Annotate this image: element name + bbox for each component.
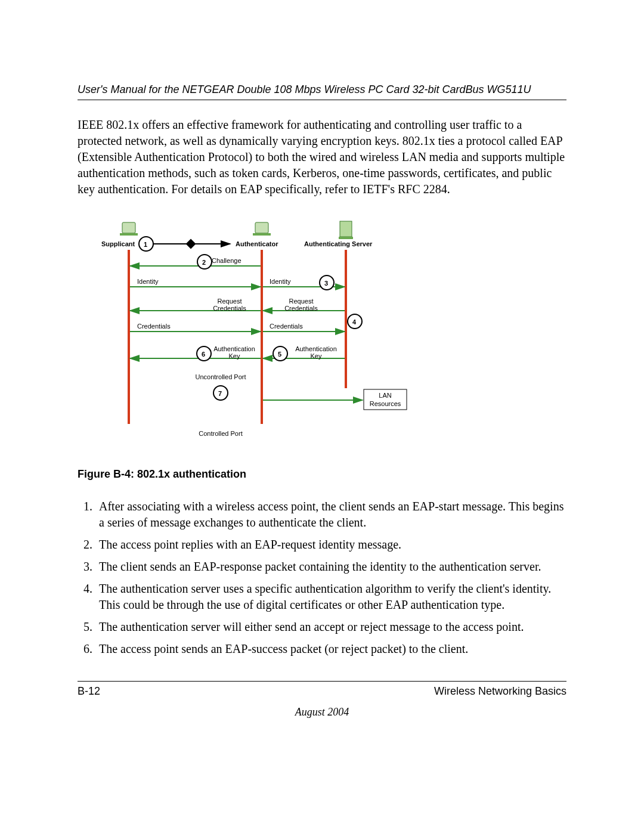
authkey-right-l1: Authentication [295, 345, 337, 352]
identity-right-label: Identity [270, 278, 291, 285]
steps-list: After associating with a wireless access… [78, 498, 566, 657]
controlled-port-label: Controlled Port [199, 430, 242, 437]
list-item: The access point sends an EAP-success pa… [95, 641, 566, 657]
page-header-title: User's Manual for the NETGEAR Double 108… [78, 83, 566, 100]
challenge-label: Challenge [212, 257, 242, 264]
svg-rect-5 [339, 237, 353, 239]
authkey-left-l2: Key [229, 352, 240, 360]
diamond-icon [186, 239, 196, 249]
footer-date: August 2004 [78, 706, 566, 719]
page-footer: B-12 Wireless Networking Basics [78, 681, 566, 698]
list-item: The authentication server uses a specifi… [95, 581, 566, 613]
document-page: User's Manual for the NETGEAR Double 108… [0, 0, 644, 766]
body-paragraph: IEEE 802.1x offers an effective framewor… [78, 117, 566, 197]
step-num-5: 5 [278, 351, 281, 358]
authkey-left-l1: Authentication [213, 345, 255, 352]
footer-section: Wireless Networking Basics [434, 685, 566, 698]
identity-left-label: Identity [137, 278, 159, 285]
list-item: The access point replies with an EAP-req… [95, 537, 566, 553]
req-cred-left-l1: Request [218, 298, 242, 305]
step-num-1: 1 [144, 241, 147, 248]
step-num-6: 6 [202, 351, 205, 358]
uncontrolled-port-label: Uncontrolled Port [196, 373, 246, 380]
req-cred-right-l1: Request [289, 298, 314, 305]
step-num-4: 4 [352, 318, 357, 326]
lan-l1: LAN [379, 392, 391, 399]
supplicant-label: Supplicant [101, 240, 135, 247]
svg-rect-4 [340, 221, 352, 237]
authkey-right-l2: Key [311, 352, 322, 360]
step-num-3: 3 [324, 280, 328, 287]
svg-rect-3 [253, 233, 271, 236]
svg-rect-2 [255, 222, 268, 233]
diagram-svg: Supplicant Authenticator Authenticating … [101, 215, 435, 454]
req-cred-right-l2: Credentials [284, 305, 318, 312]
figure-caption: Figure B-4: 802.1x authentication [78, 468, 566, 481]
list-item: The client sends an EAP-response packet … [95, 559, 566, 575]
auth-server-label: Authenticating Server [304, 240, 373, 247]
svg-rect-0 [122, 222, 135, 233]
auth-server-device-icon [339, 221, 353, 239]
lan-l2: Resources [370, 400, 401, 407]
page-number: B-12 [78, 685, 100, 698]
authenticator-device-icon [253, 222, 271, 236]
figure-diagram: Supplicant Authenticator Authenticating … [101, 215, 566, 456]
authenticator-label: Authenticator [236, 240, 278, 247]
req-cred-left-l2: Credentials [213, 305, 246, 312]
supplicant-device-icon [120, 222, 138, 236]
list-item: The authentication server will either se… [95, 619, 566, 635]
cred-right-label: Credentials [270, 323, 303, 330]
cred-left-label: Credentials [137, 323, 171, 330]
step-num-7: 7 [218, 390, 222, 397]
list-item: After associating with a wireless access… [95, 498, 566, 531]
step-num-2: 2 [202, 259, 206, 266]
svg-rect-1 [120, 233, 138, 236]
